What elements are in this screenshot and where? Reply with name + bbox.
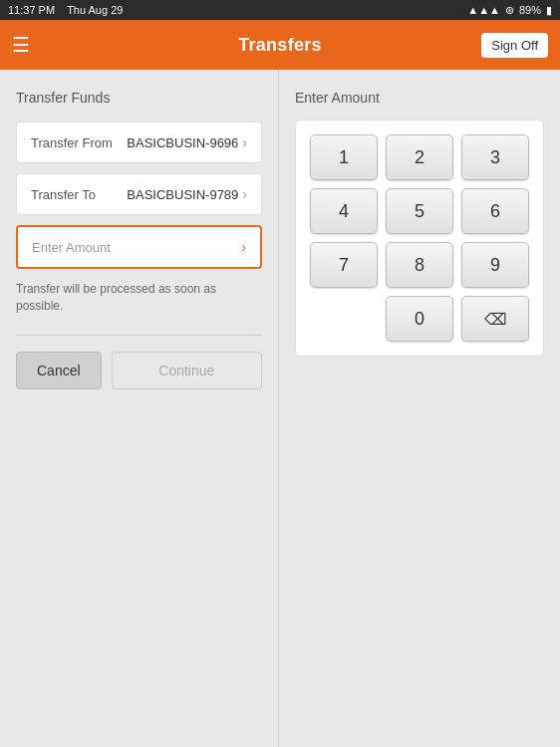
continue-button: Continue (112, 352, 262, 389)
page-title: Transfers (238, 35, 322, 56)
key-8[interactable]: 8 (386, 242, 453, 288)
left-panel: Transfer Funds Transfer From BASICBUSIN-… (0, 70, 279, 747)
header: ☰ Transfers Sign Off (0, 20, 560, 70)
key-9[interactable]: 9 (461, 242, 529, 288)
right-panel: Enter Amount 1234567890⌫ (279, 70, 560, 747)
cancel-button[interactable]: Cancel (16, 352, 102, 389)
transfer-from-row[interactable]: Transfer From BASICBUSIN-9696 › (16, 122, 262, 163)
key-6[interactable]: 6 (461, 188, 529, 234)
enter-amount-row[interactable]: Enter Amount › (16, 225, 262, 269)
transfer-from-value: BASICBUSIN-9696 › (127, 134, 247, 150)
transfer-to-row[interactable]: Transfer To BASICBUSIN-9789 › (16, 173, 262, 215)
signal-icon: ▲▲▲ (467, 4, 500, 16)
chevron-right-icon3: › (241, 239, 246, 255)
key-backspace[interactable]: ⌫ (461, 296, 529, 342)
key-empty (310, 296, 378, 342)
transfer-from-label: Transfer From (31, 135, 113, 150)
chevron-right-icon2: › (242, 186, 247, 202)
menu-icon[interactable]: ☰ (12, 33, 30, 57)
key-2[interactable]: 2 (386, 134, 453, 180)
enter-amount-label: Enter Amount (32, 240, 111, 255)
wifi-icon: ⊛ (505, 4, 514, 17)
status-date: Thu Aug 29 (67, 4, 123, 16)
battery-status: 89% (519, 4, 541, 16)
main-layout: Transfer Funds Transfer From BASICBUSIN-… (0, 70, 560, 747)
enter-amount-title: Enter Amount (295, 90, 544, 106)
key-5[interactable]: 5 (386, 188, 453, 234)
transfer-note: Transfer will be processed as soon as po… (16, 281, 262, 315)
status-time: 11:37 PM (8, 4, 55, 16)
status-time-date: 11:37 PM Thu Aug 29 (8, 4, 123, 16)
key-1[interactable]: 1 (310, 134, 378, 180)
keypad: 1234567890⌫ (295, 120, 544, 357)
battery-icon: ▮ (546, 4, 552, 17)
status-right-icons: ▲▲▲ ⊛ 89% ▮ (467, 4, 552, 17)
action-buttons: Cancel Continue (16, 352, 262, 389)
chevron-right-icon: › (242, 134, 247, 150)
key-4[interactable]: 4 (310, 188, 378, 234)
key-3[interactable]: 3 (461, 134, 529, 180)
status-bar: 11:37 PM Thu Aug 29 ▲▲▲ ⊛ 89% ▮ (0, 0, 560, 20)
transfer-to-label: Transfer To (31, 187, 96, 202)
transfer-funds-title: Transfer Funds (16, 90, 262, 106)
transfer-to-value: BASICBUSIN-9789 › (127, 186, 247, 202)
signoff-button[interactable]: Sign Off (481, 33, 548, 58)
key-0[interactable]: 0 (386, 296, 453, 342)
divider (16, 335, 262, 336)
key-7[interactable]: 7 (310, 242, 378, 288)
